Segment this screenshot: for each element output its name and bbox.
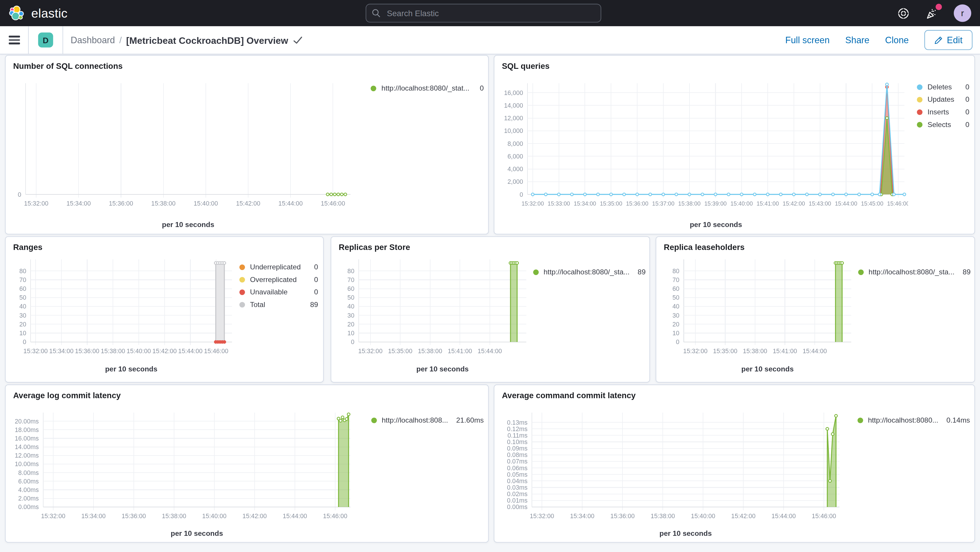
svg-text:15:44:00: 15:44:00 [835,200,857,207]
legend-swatch-icon [371,417,377,423]
divider [63,26,63,54]
legend-item[interactable]: http://localhost:8080/_sta...89 [533,268,646,276]
svg-text:15:34:00: 15:34:00 [67,200,91,207]
svg-text:15:33:00: 15:33:00 [548,200,570,207]
svg-text:15:46:00: 15:46:00 [887,200,908,207]
menu-button[interactable] [9,36,20,45]
legend-swatch-icon [371,85,376,91]
svg-text:15:38:00: 15:38:00 [678,200,701,207]
legend-value: 0 [312,288,318,296]
legend-label: Unavailable [250,288,304,296]
svg-text:15:38:00: 15:38:00 [743,348,767,355]
legend-item[interactable]: http://localhost:8080...0.14ms [858,417,970,424]
legend-value: 89 [963,268,970,276]
legend-label: http://localhost:8080... [868,417,938,424]
svg-text:6,000: 6,000 [508,153,523,160]
legend-item[interactable]: Unavailable0 [239,288,318,296]
svg-text:50: 50 [348,294,355,301]
svg-text:14,000: 14,000 [504,102,523,109]
svg-text:8.00ms: 8.00ms [18,469,39,476]
user-avatar[interactable]: r [954,5,972,22]
legend-label: Selects [928,121,955,128]
svg-text:4,000: 4,000 [508,165,523,173]
chart-sql-queries[interactable]: 15:32:0015:33:0015:34:0015:35:0015:36:00… [494,75,908,231]
legend-item[interactable]: Deletes0 [917,83,969,91]
breadcrumb-dashboard[interactable]: Dashboard [70,35,115,45]
chart-replicas-per-store[interactable]: 15:32:0015:35:0015:38:0015:41:0015:44:00… [337,253,531,375]
breadcrumb-separator: / [119,35,122,45]
legend-item[interactable]: Overreplicated0 [239,275,318,283]
share-button[interactable]: Share [845,35,869,45]
legend-label: Total [250,301,302,308]
dashboard-app-badge[interactable]: D [38,33,53,48]
title-options-button[interactable] [293,36,302,44]
svg-text:15:35:00: 15:35:00 [388,348,412,355]
legend-item[interactable]: http://localhost:808...21.60ms [371,417,484,424]
legend-item[interactable]: Underreplicated0 [239,263,318,271]
chart-ranges[interactable]: 15:32:0015:34:0015:36:0015:38:0015:40:00… [6,253,238,375]
elastic-logo[interactable]: elastic [0,5,68,21]
svg-text:per 10 seconds: per 10 seconds [416,365,469,373]
panel-title: SQL queries [494,56,974,71]
svg-text:15:41:00: 15:41:00 [448,348,472,355]
hamburger-icon [9,36,20,37]
search-input[interactable] [386,8,595,19]
svg-text:0.07ms: 0.07ms [507,458,528,465]
svg-text:per 10 seconds: per 10 seconds [162,221,214,229]
legend-label: http://localhost:8080/_sta... [544,268,630,276]
legend-swatch-icon [858,269,864,275]
svg-text:2,000: 2,000 [508,178,523,185]
chart-average-log-commit-latency[interactable]: 15:32:0015:34:0015:36:0015:38:0015:40:00… [6,404,354,539]
legend-item[interactable]: Total89 [239,301,318,308]
page-title[interactable]: [Metricbeat CockroachDB] Overview [126,35,288,45]
svg-text:0: 0 [520,191,523,198]
legend-value: 0 [963,83,969,91]
svg-text:15:44:00: 15:44:00 [283,512,307,520]
legend-value: 0.14ms [947,417,970,424]
dashboard-toolbar: D Dashboard / [Metricbeat CockroachDB] O… [0,26,980,54]
breadcrumb: Dashboard / [Metricbeat CockroachDB] Ove… [70,35,302,45]
svg-text:15:32:00: 15:32:00 [41,512,65,520]
news-button[interactable] [925,6,939,20]
legend-item[interactable]: Selects0 [917,121,969,128]
svg-text:15:36:00: 15:36:00 [122,512,146,520]
toolbar-actions: Full screen Share Clone Edit [785,30,973,50]
help-button[interactable] [896,6,910,20]
svg-text:15:32:00: 15:32:00 [530,512,554,520]
chart-average-command-commit-latency[interactable]: 15:32:0015:34:0015:36:0015:38:0015:40:00… [494,404,843,539]
svg-text:15:42:00: 15:42:00 [243,512,267,520]
panel-replicas-per-store: Replicas per Store 15:32:0015:35:0015:38… [331,236,650,382]
checkmark-icon [293,36,302,44]
svg-text:6.00ms: 6.00ms [18,478,39,485]
svg-text:15:32:00: 15:32:00 [683,348,708,355]
panel-number-of-sql-connections: Number of SQL connections 15:32:0015:34:… [5,55,489,234]
svg-text:60: 60 [348,285,355,292]
panel-average-command-commit-latency: Average command commit latency 15:32:001… [494,384,975,542]
svg-text:2.00ms: 2.00ms [18,495,39,502]
clone-button[interactable]: Clone [885,35,909,45]
global-search[interactable] [366,4,601,23]
chart-replica-leaseholders[interactable]: 15:32:0015:35:0015:38:0015:41:0015:44:00… [662,253,856,375]
svg-text:0.03ms: 0.03ms [507,484,528,491]
legend-item[interactable]: http://localhost:8080/_sta...89 [858,268,970,276]
legend-label: Inserts [928,108,955,116]
legend-swatch-icon [239,289,245,295]
legend-item[interactable]: Inserts0 [917,108,969,116]
svg-text:15:34:00: 15:34:00 [49,348,73,355]
svg-text:60: 60 [19,285,27,292]
notification-dot [935,4,942,10]
svg-text:70: 70 [348,277,355,283]
legend-item[interactable]: http://localhost:8080/_stat...0 [371,84,484,92]
full-screen-button[interactable]: Full screen [785,35,830,45]
svg-text:15:38:00: 15:38:00 [151,200,175,207]
svg-text:15:46:00: 15:46:00 [323,512,348,520]
chart-number-of-sql-connections[interactable]: 15:32:0015:34:0015:36:0015:38:0015:40:00… [6,75,355,231]
svg-text:15:40:00: 15:40:00 [127,348,151,355]
svg-text:20: 20 [19,321,27,328]
legend-value: 0 [312,263,318,271]
legend-label: http://localhost:8080/_stat... [381,84,469,92]
svg-text:12,000: 12,000 [504,115,523,122]
legend-item[interactable]: Updates0 [917,95,969,103]
legend-value: 89 [638,268,646,276]
edit-button[interactable]: Edit [924,30,973,50]
